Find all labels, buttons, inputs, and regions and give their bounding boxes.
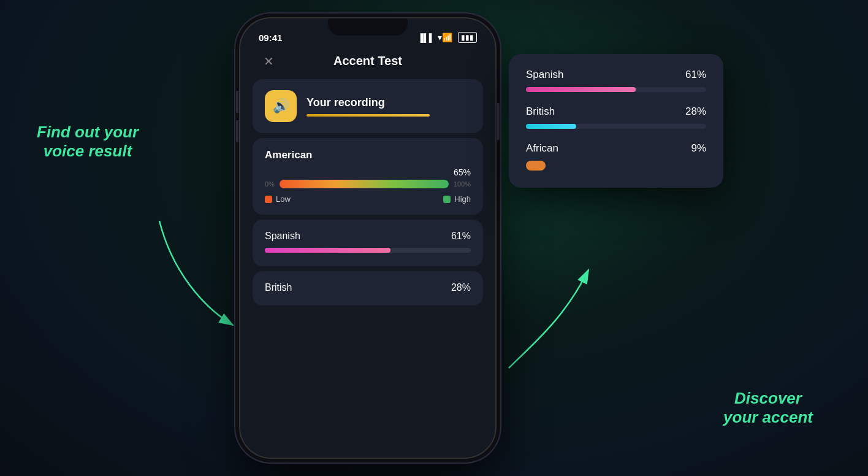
status-time: 09:41 (259, 33, 282, 43)
american-label: American (265, 149, 471, 161)
spanish-bar-track (265, 248, 471, 253)
wifi-icon: ▾📶 (438, 33, 452, 42)
spanish-row: Spanish 61% (265, 231, 471, 242)
phone-body: 09:41 ▐▌▌ ▾📶 ▮▮▮ ✕ Accent Test 🔊 (239, 17, 497, 459)
phone-side-button-volume-up (236, 91, 238, 113)
low-dot (265, 196, 272, 203)
british-name: British (265, 282, 292, 293)
legend-row: Low High (265, 194, 471, 204)
phone-side-button-volume-down (236, 120, 238, 142)
battery-icon: ▮▮▮ (458, 32, 477, 43)
popup-spanish-name: Spanish (526, 69, 563, 81)
phone-screen: 09:41 ▐▌▌ ▾📶 ▮▮▮ ✕ Accent Test 🔊 (240, 18, 495, 458)
american-max-label: 100% (454, 180, 471, 188)
status-icons: ▐▌▌ ▾📶 ▮▮▮ (417, 32, 477, 43)
recording-row: 🔊 Your recording (265, 90, 471, 122)
popup-spanish-row: Spanish 61% (526, 69, 706, 81)
popup-british-bar (526, 124, 576, 129)
british-pct: 28% (451, 282, 471, 293)
right-annotation: Discover your accent (723, 389, 813, 427)
popup-african-bar (526, 161, 546, 171)
popup-british-row: British 28% (526, 106, 706, 118)
app-title: Accent Test (333, 54, 402, 68)
spanish-pct: 61% (451, 231, 471, 242)
popup-african-item: African 9% (526, 142, 706, 173)
american-section: American 65% 0% 100% Low High (253, 138, 483, 215)
popup-british-name: British (526, 106, 555, 118)
spanish-bar-fill (265, 248, 390, 253)
british-row: British 28% (265, 282, 471, 293)
british-section: British 28% (253, 271, 483, 305)
popup-spanish-item: Spanish 61% (526, 69, 706, 92)
popup-spanish-pct: 61% (685, 69, 706, 81)
legend-low: Low (265, 194, 291, 204)
spanish-section: Spanish 61% (253, 220, 483, 266)
american-percentage: 65% (265, 167, 471, 177)
recording-info: Your recording (306, 96, 471, 117)
app-header: ✕ Accent Test (240, 48, 495, 74)
speaker-icon[interactable]: 🔊 (265, 90, 297, 122)
phone-side-button-power (497, 103, 500, 140)
popup-british-bar-track (526, 124, 706, 129)
recording-title: Your recording (306, 96, 471, 109)
left-annotation: Find out your voice result (37, 123, 139, 161)
american-min-label: 0% (265, 180, 275, 188)
phone-notch (328, 18, 408, 36)
recording-card: 🔊 Your recording (253, 79, 483, 133)
popup-african-name: African (526, 142, 558, 155)
signal-icon: ▐▌▌ (417, 33, 435, 42)
popup-spanish-bar (526, 87, 636, 92)
close-button[interactable]: ✕ (259, 52, 278, 71)
popup-card: Spanish 61% British 28% African 9% (509, 54, 723, 188)
popup-african-pct: 9% (691, 142, 706, 155)
popup-african-row: African 9% (526, 142, 706, 155)
popup-spanish-bar-track (526, 87, 706, 92)
popup-african-bar-area (526, 161, 706, 173)
spanish-name: Spanish (265, 231, 300, 242)
american-bar-row: 0% 100% (265, 180, 471, 188)
popup-british-item: British 28% (526, 106, 706, 129)
popup-british-pct: 28% (685, 106, 706, 118)
american-bar (280, 180, 449, 188)
phone-wrapper: 09:41 ▐▌▌ ▾📶 ▮▮▮ ✕ Accent Test 🔊 (239, 17, 497, 459)
high-dot (443, 196, 451, 203)
recording-progress-bar (306, 114, 430, 117)
legend-high: High (443, 194, 471, 204)
